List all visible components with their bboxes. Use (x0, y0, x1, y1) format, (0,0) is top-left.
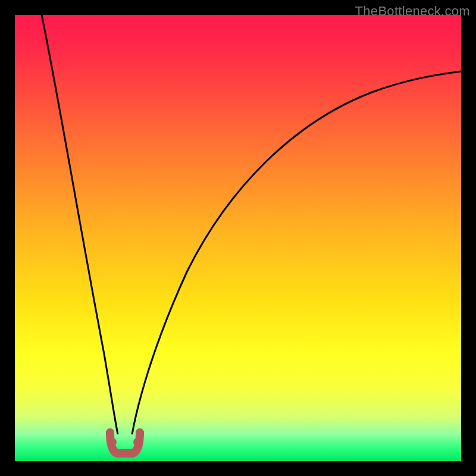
curve-right-branch (132, 71, 461, 434)
dip-dot-right-upper (136, 428, 144, 437)
curve-left-branch (42, 15, 118, 434)
bottleneck-curve (15, 15, 461, 461)
dip-dot-right-lower (133, 438, 142, 446)
dip-dot-left-lower (108, 438, 117, 446)
dip-dot-left-upper (106, 428, 114, 437)
watermark-text: TheBottleneck.com (355, 4, 470, 19)
chart-plot-area (15, 15, 461, 461)
